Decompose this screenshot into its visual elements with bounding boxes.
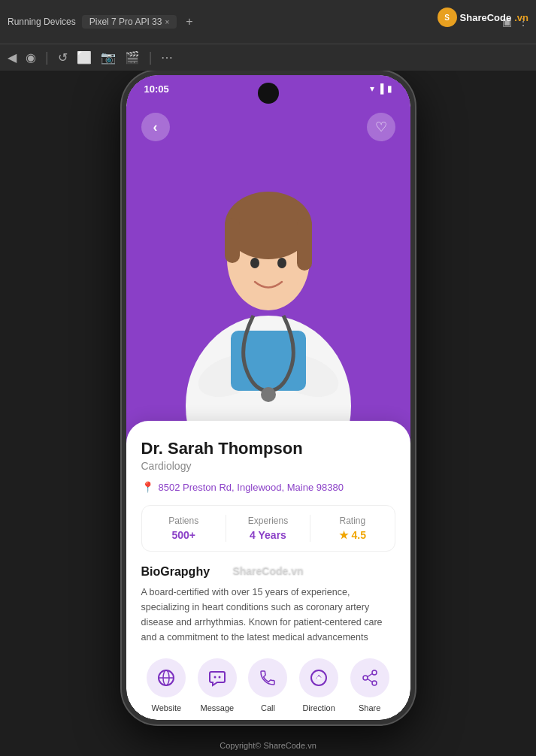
toolbar-fwd-btn[interactable]: ◉ (26, 50, 36, 65)
call-icon (259, 669, 277, 687)
back-button[interactable]: ‹ (141, 113, 170, 141)
stats-row: Patiens 500+ Experiens 4 Years Rating ★ … (141, 505, 395, 552)
back-arrow-icon: ‹ (153, 119, 158, 135)
tab-close-btn[interactable]: × (165, 18, 169, 26)
svg-rect-3 (231, 331, 306, 391)
experience-value: 4 Years (226, 529, 310, 541)
svg-line-23 (368, 679, 372, 682)
status-icons: ▾ ▐ ▮ (370, 83, 392, 94)
share-label: Share (359, 703, 380, 712)
experience-label: Experiens (226, 516, 310, 526)
tab-add-btn[interactable]: + (186, 15, 192, 29)
doctor-name: Dr. Sarah Thompson (141, 439, 395, 458)
copyright-bar: Copyright© ShareCode.vn (220, 741, 316, 750)
phone-wrapper: 10:05 ▾ ▐ ▮ ‹ ♡ (122, 71, 415, 724)
svg-rect-8 (297, 218, 312, 271)
bio-title: BioGrapghy (141, 565, 395, 579)
call-label: Call (261, 703, 275, 712)
location-pin-icon: 📍 (141, 481, 154, 493)
doctor-specialty: Cardiology (141, 460, 395, 472)
doctor-svg (171, 143, 366, 443)
share-icon (361, 669, 379, 687)
phone-screen: 10:05 ▾ ▐ ▮ ‹ ♡ (126, 75, 410, 720)
rating-stat: Rating ★ 4.5 (310, 516, 394, 541)
direction-icon (310, 669, 328, 687)
logo-icon: S (438, 8, 457, 27)
heart-icon: ♡ (375, 119, 387, 135)
device-tab[interactable]: Pixel 7 Pro API 33 × (82, 15, 177, 29)
svg-point-10 (277, 258, 286, 268)
toolbar-screen-btn[interactable]: ⬜ (77, 50, 92, 65)
toolbar-back-btn[interactable]: ◀ (8, 50, 17, 65)
direction-label: Direction (302, 703, 335, 712)
wifi-icon: ▾ (370, 83, 374, 94)
message-icon (208, 669, 226, 687)
website-circle (147, 658, 186, 697)
doctor-image (171, 143, 366, 443)
experience-stat: Experiens 4 Years (226, 516, 310, 541)
action-call[interactable]: Call (248, 658, 287, 712)
phone-frame: 10:05 ▾ ▐ ▮ ‹ ♡ (122, 71, 415, 724)
share-circle (350, 658, 389, 697)
tab-label: Pixel 7 Pro API 33 (89, 17, 162, 27)
toolbar-vid-btn[interactable]: 🎬 (125, 50, 140, 65)
action-website[interactable]: Website (147, 658, 186, 712)
svg-point-15 (213, 676, 216, 679)
action-message[interactable]: Message (198, 658, 237, 712)
svg-point-18 (317, 676, 320, 679)
info-card: Dr. Sarah Thompson Cardiology 📍 8502 Pre… (126, 421, 410, 720)
call-circle (248, 658, 287, 697)
running-devices-label: Running Devices (8, 17, 76, 27)
favorite-button[interactable]: ♡ (367, 113, 395, 141)
action-direction[interactable]: Direction (299, 658, 338, 712)
patients-value: 500+ (142, 529, 226, 541)
rating-label: Rating (310, 516, 394, 526)
direction-circle (299, 658, 338, 697)
logo-tld: .vn (514, 12, 528, 23)
logo-text: ShareCode (460, 12, 512, 23)
svg-line-22 (368, 674, 372, 677)
svg-point-19 (372, 670, 377, 675)
toolbar-more-btn[interactable]: ⋯ (161, 50, 173, 65)
hero-section: ‹ ♡ (126, 75, 410, 443)
message-circle (198, 658, 237, 697)
svg-point-11 (261, 387, 276, 402)
rating-number: 4.5 (352, 529, 366, 541)
location-text: 8502 Preston Rd, Inglewood, Maine 98380 (159, 482, 344, 493)
toolbar-sep-2: | (149, 50, 153, 65)
signal-icon: ▐ (377, 83, 384, 94)
bio-text: A board-certified with over 15 years of … (141, 585, 395, 645)
actions-row: Website Message (141, 658, 395, 712)
svg-point-9 (250, 258, 259, 268)
sharecode-logo: S ShareCode.vn (438, 8, 528, 27)
svg-rect-7 (225, 218, 240, 263)
action-share[interactable]: Share (350, 658, 389, 712)
patients-label: Patiens (142, 516, 226, 526)
website-label: Website (152, 703, 182, 712)
website-icon (157, 669, 175, 687)
svg-point-21 (372, 681, 377, 685)
toolbar-cam-btn[interactable]: 📷 (101, 50, 116, 65)
battery-icon: ▮ (387, 83, 392, 94)
toolbar-sep-1: | (45, 50, 49, 65)
patients-stat: Patiens 500+ (142, 516, 226, 541)
second-toolbar: ◀ ◉ | ↺ ⬜ 📷 🎬 | ⋯ (0, 44, 536, 71)
svg-point-16 (218, 676, 220, 679)
star-icon: ★ (339, 529, 349, 541)
camera-notch (258, 83, 279, 104)
status-time: 10:05 (144, 83, 169, 95)
message-label: Message (201, 703, 235, 712)
svg-point-20 (363, 676, 368, 680)
location-row: 📍 8502 Preston Rd, Inglewood, Maine 9838… (141, 481, 395, 493)
toolbar-rotate-btn[interactable]: ↺ (58, 50, 68, 65)
rating-value: ★ 4.5 (310, 529, 394, 541)
